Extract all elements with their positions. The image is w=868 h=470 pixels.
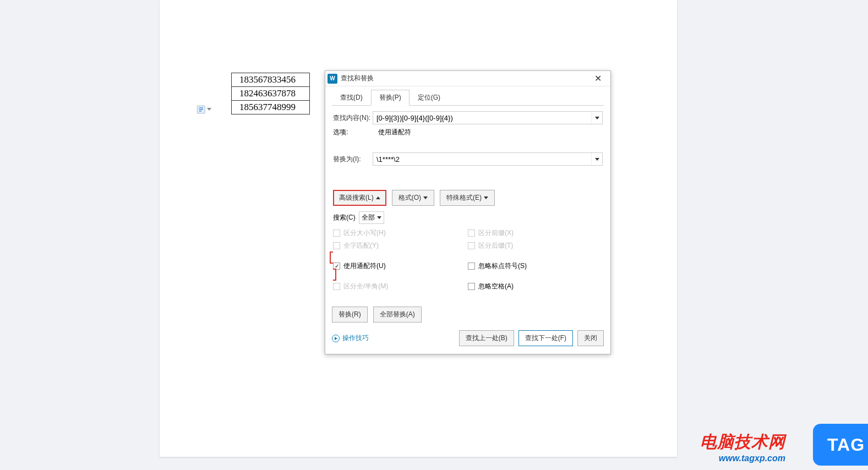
- dialog-titlebar[interactable]: W 查找和替换 ✕: [325, 71, 610, 86]
- find-label: 查找内容(N):: [333, 113, 373, 123]
- table-cell[interactable]: 183567833456: [232, 73, 310, 87]
- tips-link[interactable]: 操作技巧: [332, 334, 369, 343]
- search-scope-label: 搜索(C): [333, 213, 356, 222]
- find-next-button[interactable]: 查找下一处(F): [518, 330, 573, 346]
- checkbox-icon: ✓: [333, 263, 340, 270]
- dialog-tabs: 查找(D) 替换(P) 定位(G): [332, 90, 604, 106]
- table-cell[interactable]: 185637748999: [232, 101, 310, 114]
- advanced-search-button[interactable]: 高级搜索(L): [333, 190, 386, 206]
- checkbox-icon: [333, 242, 340, 249]
- table-cell[interactable]: 182463637878: [232, 87, 310, 101]
- find-input[interactable]: [373, 112, 591, 124]
- tab-find[interactable]: 查找(D): [332, 90, 371, 106]
- replace-input-combo[interactable]: [373, 152, 603, 166]
- chevron-down-icon: [423, 196, 428, 199]
- check-match-case: 区分大小写(H): [333, 228, 468, 238]
- replace-button[interactable]: 替换(R): [332, 307, 368, 323]
- check-wildcards[interactable]: ✓ 使用通配符(U): [333, 261, 468, 271]
- brand-url: www.tagxp.com: [700, 453, 785, 463]
- checkbox-icon: [333, 283, 340, 290]
- close-icon[interactable]: ✕: [587, 72, 608, 86]
- paragraph-options-icon[interactable]: [196, 105, 206, 114]
- search-scope-select[interactable]: 全部: [359, 211, 384, 224]
- play-circle-icon: [332, 335, 340, 342]
- check-prefix: 区分前缀(X): [468, 228, 603, 238]
- chevron-up-icon: [376, 196, 380, 199]
- checkbox-icon: [333, 229, 340, 237]
- replace-all-button[interactable]: 全部替换(A): [373, 307, 422, 323]
- options-value: 使用通配符: [378, 128, 411, 137]
- check-ignore-space[interactable]: 忽略空格(A): [468, 282, 603, 291]
- search-options-grid: 区分大小写(H) 区分前缀(X) 全字匹配(Y) 区分后缀(T): [333, 228, 603, 291]
- tag-badge: TAG: [813, 424, 868, 466]
- replace-label: 替换为(I):: [333, 155, 373, 164]
- close-button[interactable]: 关闭: [577, 330, 604, 346]
- app-icon: W: [327, 74, 337, 84]
- checkbox-icon: [468, 242, 475, 249]
- chevron-down-icon: [377, 216, 381, 219]
- options-label: 选项:: [333, 128, 359, 137]
- format-button[interactable]: 格式(O): [392, 190, 434, 206]
- checkbox-icon: [468, 283, 475, 290]
- find-input-combo[interactable]: [373, 111, 603, 124]
- chevron-down-icon: [484, 196, 488, 199]
- find-prev-button[interactable]: 查找上一处(B): [459, 330, 514, 346]
- dialog-title: 查找和替换: [341, 74, 587, 83]
- checkbox-icon: [468, 229, 475, 237]
- check-suffix: 区分后缀(T): [468, 241, 603, 250]
- checkbox-icon: [468, 263, 475, 270]
- paragraph-options-dropdown-icon[interactable]: [207, 108, 211, 111]
- find-replace-dialog: W 查找和替换 ✕ 查找(D) 替换(P) 定位(G) 查找内容(N): 选项:…: [325, 70, 611, 354]
- phone-table: 183567833456 182463637878 185637748999: [231, 73, 310, 114]
- tab-replace[interactable]: 替换(P): [371, 90, 410, 106]
- check-whole-word: 全字匹配(Y): [333, 241, 468, 250]
- special-format-button[interactable]: 特殊格式(E): [440, 190, 495, 206]
- check-ignore-punct[interactable]: 忽略标点符号(S): [468, 254, 603, 278]
- chevron-down-icon[interactable]: [591, 153, 602, 165]
- tab-goto[interactable]: 定位(G): [410, 90, 449, 106]
- brand-watermark: 电脑技术网 www.tagxp.com: [700, 431, 785, 463]
- check-halfwidth: 区分全/半角(M): [333, 282, 468, 291]
- replace-input[interactable]: [373, 153, 591, 165]
- brand-name: 电脑技术网: [700, 431, 785, 453]
- chevron-down-icon[interactable]: [591, 112, 602, 124]
